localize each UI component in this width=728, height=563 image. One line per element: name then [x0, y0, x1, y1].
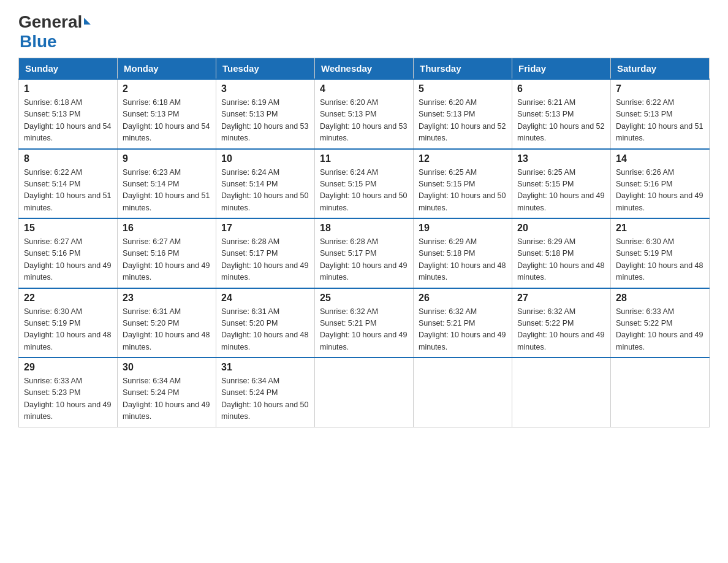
calendar-day-cell: 23Sunrise: 6:31 AMSunset: 5:20 PMDayligh…: [118, 288, 216, 358]
calendar-week-row: 8Sunrise: 6:22 AMSunset: 5:14 PMDaylight…: [19, 149, 710, 219]
day-number: 9: [123, 153, 211, 164]
calendar-empty-cell: [315, 358, 414, 427]
day-number: 1: [24, 83, 112, 94]
calendar-day-cell: 17Sunrise: 6:28 AMSunset: 5:17 PMDayligh…: [216, 218, 315, 288]
calendar-week-row: 29Sunrise: 6:33 AMSunset: 5:23 PMDayligh…: [19, 358, 710, 427]
day-number: 12: [419, 153, 507, 164]
day-info: Sunrise: 6:33 AMSunset: 5:22 PMDaylight:…: [616, 306, 704, 354]
day-number: 17: [221, 223, 309, 234]
calendar-day-cell: 8Sunrise: 6:22 AMSunset: 5:14 PMDaylight…: [19, 149, 118, 219]
calendar-empty-cell: [414, 358, 512, 427]
day-info: Sunrise: 6:25 AMSunset: 5:15 PMDaylight:…: [419, 167, 507, 215]
column-header-thursday: Thursday: [414, 58, 512, 80]
calendar-week-row: 22Sunrise: 6:30 AMSunset: 5:19 PMDayligh…: [19, 288, 710, 358]
calendar-day-cell: 11Sunrise: 6:24 AMSunset: 5:15 PMDayligh…: [315, 149, 414, 219]
calendar-day-cell: 25Sunrise: 6:32 AMSunset: 5:21 PMDayligh…: [315, 288, 414, 358]
day-info: Sunrise: 6:18 AMSunset: 5:13 PMDaylight:…: [123, 97, 211, 145]
calendar-day-cell: 12Sunrise: 6:25 AMSunset: 5:15 PMDayligh…: [414, 149, 512, 219]
day-number: 11: [320, 153, 408, 164]
calendar-day-cell: 2Sunrise: 6:18 AMSunset: 5:13 PMDaylight…: [118, 79, 216, 149]
calendar-day-cell: 28Sunrise: 6:33 AMSunset: 5:22 PMDayligh…: [611, 288, 710, 358]
day-info: Sunrise: 6:23 AMSunset: 5:14 PMDaylight:…: [123, 167, 211, 215]
day-info: Sunrise: 6:18 AMSunset: 5:13 PMDaylight:…: [24, 97, 112, 145]
calendar-day-cell: 10Sunrise: 6:24 AMSunset: 5:14 PMDayligh…: [216, 149, 315, 219]
day-number: 16: [123, 223, 211, 234]
day-info: Sunrise: 6:33 AMSunset: 5:23 PMDaylight:…: [24, 375, 112, 423]
day-number: 6: [517, 83, 605, 94]
logo-general-text: General: [18, 12, 82, 32]
day-info: Sunrise: 6:25 AMSunset: 5:15 PMDaylight:…: [517, 167, 605, 215]
calendar-day-cell: 29Sunrise: 6:33 AMSunset: 5:23 PMDayligh…: [19, 358, 118, 427]
calendar-day-cell: 7Sunrise: 6:22 AMSunset: 5:13 PMDaylight…: [611, 79, 710, 149]
day-number: 5: [419, 83, 507, 94]
day-number: 26: [419, 293, 507, 304]
day-info: Sunrise: 6:22 AMSunset: 5:13 PMDaylight:…: [616, 97, 704, 145]
day-number: 27: [517, 293, 605, 304]
day-info: Sunrise: 6:19 AMSunset: 5:13 PMDaylight:…: [221, 97, 309, 145]
day-info: Sunrise: 6:32 AMSunset: 5:21 PMDaylight:…: [320, 306, 408, 354]
calendar-day-cell: 3Sunrise: 6:19 AMSunset: 5:13 PMDaylight…: [216, 79, 315, 149]
column-header-monday: Monday: [118, 58, 216, 80]
day-info: Sunrise: 6:27 AMSunset: 5:16 PMDaylight:…: [24, 236, 112, 284]
day-number: 15: [24, 223, 112, 234]
day-info: Sunrise: 6:24 AMSunset: 5:15 PMDaylight:…: [320, 167, 408, 215]
day-number: 24: [221, 293, 309, 304]
day-number: 18: [320, 223, 408, 234]
day-info: Sunrise: 6:30 AMSunset: 5:19 PMDaylight:…: [24, 306, 112, 354]
column-header-sunday: Sunday: [19, 58, 118, 80]
day-info: Sunrise: 6:34 AMSunset: 5:24 PMDaylight:…: [221, 375, 309, 423]
day-info: Sunrise: 6:22 AMSunset: 5:14 PMDaylight:…: [24, 167, 112, 215]
calendar-week-row: 1Sunrise: 6:18 AMSunset: 5:13 PMDaylight…: [19, 79, 710, 149]
day-info: Sunrise: 6:34 AMSunset: 5:24 PMDaylight:…: [123, 375, 211, 423]
day-number: 21: [616, 223, 704, 234]
day-info: Sunrise: 6:31 AMSunset: 5:20 PMDaylight:…: [123, 306, 211, 354]
calendar-day-cell: 9Sunrise: 6:23 AMSunset: 5:14 PMDaylight…: [118, 149, 216, 219]
day-info: Sunrise: 6:28 AMSunset: 5:17 PMDaylight:…: [221, 236, 309, 284]
calendar-day-cell: 27Sunrise: 6:32 AMSunset: 5:22 PMDayligh…: [512, 288, 611, 358]
day-number: 31: [221, 362, 309, 373]
day-info: Sunrise: 6:21 AMSunset: 5:13 PMDaylight:…: [517, 97, 605, 145]
day-info: Sunrise: 6:32 AMSunset: 5:22 PMDaylight:…: [517, 306, 605, 354]
calendar-day-cell: 26Sunrise: 6:32 AMSunset: 5:21 PMDayligh…: [414, 288, 512, 358]
day-info: Sunrise: 6:27 AMSunset: 5:16 PMDaylight:…: [123, 236, 211, 284]
day-number: 4: [320, 83, 408, 94]
day-info: Sunrise: 6:29 AMSunset: 5:18 PMDaylight:…: [419, 236, 507, 284]
calendar-day-cell: 20Sunrise: 6:29 AMSunset: 5:18 PMDayligh…: [512, 218, 611, 288]
calendar-day-cell: 30Sunrise: 6:34 AMSunset: 5:24 PMDayligh…: [118, 358, 216, 427]
calendar-day-cell: 14Sunrise: 6:26 AMSunset: 5:16 PMDayligh…: [611, 149, 710, 219]
calendar-empty-cell: [611, 358, 710, 427]
calendar-day-cell: 19Sunrise: 6:29 AMSunset: 5:18 PMDayligh…: [414, 218, 512, 288]
calendar-empty-cell: [512, 358, 611, 427]
day-info: Sunrise: 6:32 AMSunset: 5:21 PMDaylight:…: [419, 306, 507, 354]
calendar-day-cell: 13Sunrise: 6:25 AMSunset: 5:15 PMDayligh…: [512, 149, 611, 219]
day-info: Sunrise: 6:28 AMSunset: 5:17 PMDaylight:…: [320, 236, 408, 284]
calendar-day-cell: 16Sunrise: 6:27 AMSunset: 5:16 PMDayligh…: [118, 218, 216, 288]
calendar-day-cell: 1Sunrise: 6:18 AMSunset: 5:13 PMDaylight…: [19, 79, 118, 149]
day-number: 28: [616, 293, 704, 304]
day-info: Sunrise: 6:20 AMSunset: 5:13 PMDaylight:…: [320, 97, 408, 145]
logo: General Blue: [18, 12, 91, 52]
day-info: Sunrise: 6:26 AMSunset: 5:16 PMDaylight:…: [616, 167, 704, 215]
day-number: 30: [123, 362, 211, 373]
day-number: 29: [24, 362, 112, 373]
day-info: Sunrise: 6:31 AMSunset: 5:20 PMDaylight:…: [221, 306, 309, 354]
calendar-day-cell: 15Sunrise: 6:27 AMSunset: 5:16 PMDayligh…: [19, 218, 118, 288]
calendar-day-cell: 5Sunrise: 6:20 AMSunset: 5:13 PMDaylight…: [414, 79, 512, 149]
logo-blue-text: Blue: [20, 32, 57, 51]
day-info: Sunrise: 6:30 AMSunset: 5:19 PMDaylight:…: [616, 236, 704, 284]
day-number: 10: [221, 153, 309, 164]
calendar-day-cell: 6Sunrise: 6:21 AMSunset: 5:13 PMDaylight…: [512, 79, 611, 149]
calendar-week-row: 15Sunrise: 6:27 AMSunset: 5:16 PMDayligh…: [19, 218, 710, 288]
day-number: 8: [24, 153, 112, 164]
calendar-day-cell: 24Sunrise: 6:31 AMSunset: 5:20 PMDayligh…: [216, 288, 315, 358]
day-number: 20: [517, 223, 605, 234]
calendar-day-cell: 21Sunrise: 6:30 AMSunset: 5:19 PMDayligh…: [611, 218, 710, 288]
day-number: 22: [24, 293, 112, 304]
calendar-day-cell: 22Sunrise: 6:30 AMSunset: 5:19 PMDayligh…: [19, 288, 118, 358]
day-number: 3: [221, 83, 309, 94]
day-info: Sunrise: 6:20 AMSunset: 5:13 PMDaylight:…: [419, 97, 507, 145]
day-number: 23: [123, 293, 211, 304]
column-header-saturday: Saturday: [611, 58, 710, 80]
column-header-tuesday: Tuesday: [216, 58, 315, 80]
day-number: 14: [616, 153, 704, 164]
